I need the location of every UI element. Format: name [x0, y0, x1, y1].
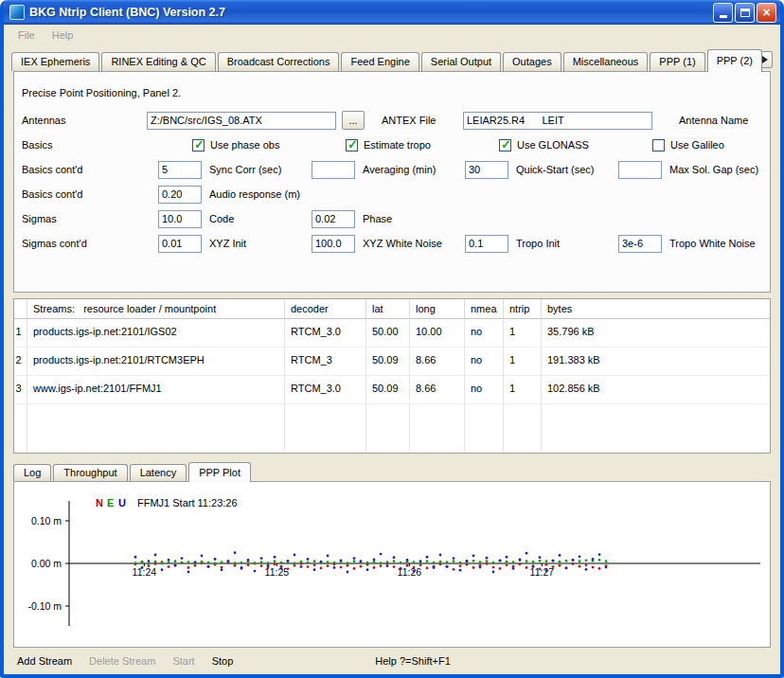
use-glonass-label: Use GLONASS: [517, 139, 589, 151]
audio-response-input[interactable]: [158, 186, 202, 204]
menu-file[interactable]: File: [9, 29, 44, 41]
stream-ntrip[interactable]: 1: [504, 348, 542, 376]
ppp-plot-svg: 0.10 m0.00 m-0.10 m11:2411:2511:2611:27N…: [14, 482, 770, 647]
stream-decoder[interactable]: RTCM_3.0: [285, 376, 366, 404]
delete-stream-button[interactable]: Delete Stream: [89, 655, 155, 667]
header-nmea: nmea: [465, 299, 504, 319]
averaging-input[interactable]: [312, 161, 355, 179]
stream-nmea[interactable]: no: [465, 348, 504, 376]
stream-mountpoint[interactable]: products.igs-ip.net:2101/RTCM3EPH: [27, 348, 285, 376]
tab-ephemeris[interactable]: IEX Ephemeris: [11, 52, 99, 71]
use-phase-obs-checkbox[interactable]: [192, 139, 205, 152]
stream-ntrip[interactable]: 1: [504, 376, 542, 404]
browse-antex-button[interactable]: ...: [342, 111, 365, 130]
sigma-code-input[interactable]: [158, 210, 202, 228]
stream-mountpoint[interactable]: products.igs-ip.net:2101/IGS02: [27, 319, 285, 348]
ppp-plot-panel: 0.10 m0.00 m-0.10 m11:2411:2511:2611:27N…: [13, 481, 771, 648]
sigma-phase-input[interactable]: [312, 210, 355, 228]
tab-rinex-editing-qc[interactable]: RINEX Editing & QC: [101, 52, 215, 71]
stream-nmea[interactable]: no: [465, 319, 504, 348]
xyz-white-noise-label: XYZ White Noise: [363, 238, 442, 249]
help-shortcut-label: Help ?=Shift+F1: [375, 655, 451, 667]
tab-feed-engine[interactable]: Feed Engine: [341, 52, 419, 71]
bottom-bar: Add Stream Delete Stream Start Stop Help…: [4, 648, 780, 673]
tab-bar: IEX Ephemeris RINEX Editing & QC Broadca…: [4, 45, 780, 71]
sigma-code-label: Code: [209, 213, 234, 224]
stream-mountpoint[interactable]: www.igs-ip.net:2101/FFMJ1: [27, 376, 285, 404]
row-number: 3: [14, 376, 27, 404]
svg-text:0.10 m: 0.10 m: [31, 515, 62, 526]
minimize-icon: [720, 15, 727, 18]
ppp-panel-2: Precise Point Positioning, Panel 2. Ante…: [13, 71, 771, 293]
titlebar[interactable]: BKG Ntrip Client (BNC) Version 2.7 ×: [4, 0, 780, 25]
antex-file-label: ANTEX File: [382, 115, 463, 126]
sync-corr-input[interactable]: [158, 161, 202, 179]
xyz-init-input[interactable]: [158, 235, 202, 253]
quick-start-input[interactable]: [465, 161, 508, 179]
stream-decoder[interactable]: RTCM_3.0: [285, 319, 366, 348]
header-ntrip: ntrip: [504, 299, 542, 319]
stream-lat[interactable]: 50.09: [366, 348, 410, 376]
tab-ppp-plot[interactable]: PPP Plot: [188, 462, 251, 482]
minimize-button[interactable]: [713, 3, 733, 23]
window-title: BKG Ntrip Client (BNC) Version 2.7: [29, 6, 713, 19]
stop-button[interactable]: Stop: [212, 655, 234, 667]
tab-serial-output[interactable]: Serial Output: [421, 52, 501, 71]
arrow-right-icon: [762, 56, 768, 63]
antenna-name-input[interactable]: [463, 112, 652, 130]
basics-contd-row-2: Basics cont'd Audio response (m): [14, 182, 770, 206]
tab-broadcast-corrections[interactable]: Broadcast Corrections: [218, 52, 340, 71]
tropo-init-input[interactable]: [465, 235, 508, 253]
table-filler: [14, 404, 27, 453]
sync-corr-label: Sync Corr (sec): [209, 164, 281, 175]
stream-long[interactable]: 8.66: [410, 348, 465, 376]
tab-miscellaneous[interactable]: Miscellaneous: [563, 52, 649, 71]
stream-ntrip[interactable]: 1: [504, 319, 542, 348]
stream-long[interactable]: 10.00: [410, 319, 465, 348]
tab-log[interactable]: Log: [13, 464, 51, 481]
max-sol-gap-label: Max Sol. Gap (sec): [669, 164, 758, 175]
stream-lat[interactable]: 50.00: [366, 319, 410, 348]
stream-bytes[interactable]: 191.383 kB: [542, 348, 770, 376]
header-mountpoint: Streams: resource loader / mountpoint: [27, 299, 285, 319]
tab-latency[interactable]: Latency: [130, 464, 187, 481]
maximize-button[interactable]: [735, 3, 755, 23]
bottom-tab-bar: Log Throughput Latency PPP Plot: [13, 461, 780, 481]
antex-file-input[interactable]: [147, 112, 336, 130]
tab-throughput[interactable]: Throughput: [53, 464, 127, 481]
svg-text:-0.10 m: -0.10 m: [27, 600, 62, 612]
use-galileo-label: Use Galileo: [670, 139, 724, 151]
sigmas-contd-row: Sigmas cont'd XYZ Init XYZ White Noise T…: [14, 231, 770, 256]
tab-ppp-1[interactable]: PPP (1): [650, 52, 704, 71]
xyz-init-label: XYZ Init: [209, 238, 246, 249]
antennas-row-label: Antennas: [22, 115, 147, 126]
close-icon: ×: [762, 6, 770, 19]
max-sol-gap-input[interactable]: [618, 161, 662, 179]
close-button[interactable]: ×: [757, 3, 776, 23]
stream-lat[interactable]: 50.09: [366, 376, 410, 404]
stream-decoder[interactable]: RTCM_3: [285, 348, 366, 376]
header-long: long: [410, 299, 465, 319]
tropo-white-noise-input[interactable]: [618, 235, 662, 253]
stream-long[interactable]: 8.66: [410, 376, 465, 404]
menu-help[interactable]: Help: [44, 29, 82, 41]
use-glonass-checkbox[interactable]: [499, 139, 511, 152]
start-button[interactable]: Start: [172, 655, 194, 667]
tab-ppp-2[interactable]: PPP (2): [707, 49, 762, 72]
panel-caption: Precise Point Positioning, Panel 2.: [22, 87, 762, 98]
estimate-tropo-checkbox[interactable]: [346, 139, 358, 152]
xyz-white-noise-input[interactable]: [312, 235, 355, 253]
maximize-icon: [740, 9, 750, 17]
stream-bytes[interactable]: 35.796 kB: [542, 319, 770, 348]
stream-bytes[interactable]: 102.856 kB: [542, 376, 770, 404]
tropo-init-label: Tropo Init: [516, 238, 560, 249]
header-decoder: decoder: [285, 299, 366, 319]
use-galileo-checkbox[interactable]: [652, 139, 665, 152]
add-stream-button[interactable]: Add Stream: [17, 655, 72, 667]
svg-text:U: U: [118, 497, 126, 508]
sigmas-row-label: Sigmas: [22, 213, 147, 224]
tab-outages[interactable]: Outages: [503, 52, 561, 71]
stream-nmea[interactable]: no: [465, 376, 504, 404]
svg-text:E: E: [107, 497, 114, 508]
svg-text:N: N: [96, 497, 103, 508]
